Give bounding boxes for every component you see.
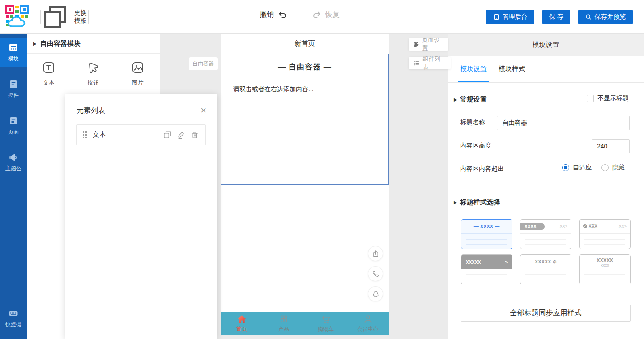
style-card-centered-dash[interactable]: — XXXX — <box>461 219 512 249</box>
app-root: 更换模板 撤销 恢复 管理后台 保 存 <box>0 0 644 339</box>
share-fab-button[interactable] <box>368 246 383 261</box>
style-card-band[interactable]: XXXXX > <box>461 254 512 284</box>
tablet-icon <box>493 14 499 20</box>
sidebar-item-label: 模块 <box>8 55 19 63</box>
sidebar-item-widgets[interactable]: 控件 <box>0 75 27 103</box>
tab-module-settings[interactable]: 模块设置 <box>460 56 487 82</box>
trash-icon[interactable] <box>191 131 199 139</box>
left-sidebar: 模块 控件 页面 主题色 <box>0 34 27 339</box>
share-icon <box>372 250 380 258</box>
title-name-input[interactable] <box>497 116 630 130</box>
qq-fab-button[interactable] <box>368 286 383 301</box>
sidebar-item-modules[interactable]: 模块 <box>0 38 27 67</box>
hide-title-label: 不显示标题 <box>597 94 629 102</box>
nav-item-cart[interactable]: 购物车 <box>305 312 347 335</box>
nav-item-home[interactable]: 首页 <box>221 312 263 335</box>
apply-all-titles-button[interactable]: 全部标题同步应用样式 <box>461 305 631 322</box>
module-panel-header[interactable]: ▶ 自由容器模块 <box>27 34 160 54</box>
style-card-title: XXXX <box>520 223 545 230</box>
sidebar-item-label: 控件 <box>8 92 19 99</box>
overflow-option-adaptive[interactable]: 自适应 <box>562 164 592 172</box>
style-card-title: XXXXX <box>466 260 481 265</box>
style-card-title: XXXXX ⊙ <box>520 259 571 265</box>
element-list-item-text[interactable]: 文本 <box>76 124 206 145</box>
close-icon[interactable]: × <box>200 106 206 115</box>
undo-label: 撤销 <box>260 10 274 20</box>
title-name-label: 标题名称 <box>460 119 485 127</box>
member-icon <box>363 314 373 324</box>
change-template-button[interactable]: 更换模板 <box>40 10 89 24</box>
redo-label: 恢复 <box>325 10 340 20</box>
style-card-bullet-icon: ✓ <box>583 224 587 228</box>
style-card-tab[interactable]: XXXX XX> <box>520 219 571 249</box>
style-card-icon-left[interactable]: ✓ XXX XX> <box>579 219 631 249</box>
undo-button[interactable]: 撤销 <box>260 10 287 20</box>
element-list-header: 元素列表 × <box>65 94 217 124</box>
module-hover-tag[interactable]: 自由容器 <box>189 57 218 70</box>
radio-selected-icon[interactable] <box>562 164 569 171</box>
module-item-label: 文本 <box>43 79 55 87</box>
save-preview-button[interactable]: 保存并预览 <box>578 10 633 24</box>
title-style-cards-row-1: — XXXX — XXXX XX> ✓ XXX XX> <box>461 219 631 249</box>
style-card-centered-icon[interactable]: XXXXX ⊙ <box>520 254 571 284</box>
sidebar-item-shortcuts[interactable]: 快捷键 <box>0 304 27 333</box>
overflow-option-hidden[interactable]: 隐藏 <box>601 164 625 172</box>
overflow-hidden-label: 隐藏 <box>612 164 625 172</box>
content-height-input[interactable] <box>592 139 630 153</box>
page-settings-label: 页面设置 <box>422 36 443 52</box>
sidebar-item-label: 页面 <box>8 128 19 136</box>
drag-handle-icon[interactable] <box>83 131 87 139</box>
sidebar-item-label: 快捷键 <box>5 321 21 329</box>
module-icon <box>8 42 19 53</box>
settings-panel: 模块设置 模块设置 模块样式 ▶ 常规设置 不显示标题 标题名称 内容区高度 内… <box>448 34 644 339</box>
container-title: — 自由容器 — <box>221 62 388 72</box>
title-style-title: 标题样式选择 <box>460 198 500 207</box>
module-item-label: 按钮 <box>87 79 99 87</box>
hide-title-checkbox[interactable] <box>587 95 594 102</box>
sidebar-item-pages[interactable]: 页面 <box>0 111 27 140</box>
preview-page-title: 新首页 <box>221 34 389 54</box>
undo-arrow-icon <box>277 10 287 20</box>
module-item-text[interactable]: 文本 <box>27 54 71 93</box>
widget-icon <box>8 79 19 89</box>
radio-unselected-icon[interactable] <box>601 164 609 171</box>
save-button[interactable]: 保 存 <box>542 10 570 24</box>
redo-arrow-icon <box>312 10 322 20</box>
megaphone-icon <box>8 152 19 163</box>
section-arrow-icon: ▶ <box>454 97 457 102</box>
admin-backend-button[interactable]: 管理后台 <box>486 10 534 24</box>
selected-free-container[interactable]: — 自由容器 — 请双击或者在右边添加内容... <box>221 54 389 185</box>
nav-item-member[interactable]: 会员中心 <box>347 312 389 335</box>
edit-icon[interactable] <box>177 131 185 139</box>
module-item-button[interactable]: 按钮 <box>71 54 115 93</box>
admin-backend-label: 管理后台 <box>503 13 528 21</box>
brand-logo <box>4 3 30 30</box>
overflow-adaptive-label: 自适应 <box>573 164 592 172</box>
qr-cloud-logo-icon <box>4 3 30 30</box>
title-style-cards-row-2: XXXXX > XXXXX ⊙ XXXXX XXXX <box>461 254 631 284</box>
section-arrow-icon: ▶ <box>454 200 457 205</box>
sidebar-item-theme[interactable]: 主题色 <box>0 148 27 177</box>
tab-module-style[interactable]: 模块样式 <box>499 56 525 82</box>
sidebar-spacer <box>0 177 27 296</box>
collapse-arrow-icon: ▶ <box>33 41 37 46</box>
hide-title-checkbox-group[interactable]: 不显示标题 <box>587 94 629 102</box>
page-settings-button[interactable]: 页面设置 <box>409 38 448 51</box>
style-card-title: XXX <box>589 224 597 229</box>
redo-button[interactable]: 恢复 <box>312 10 340 20</box>
nav-item-products[interactable]: 产品 <box>263 312 305 335</box>
topbar: 更换模板 撤销 恢复 管理后台 保 存 <box>0 0 644 34</box>
component-list-button[interactable]: 组件列表 <box>409 57 451 69</box>
cart-icon <box>321 314 331 324</box>
mobile-preview: 新首页 — 自由容器 — 请双击或者在右边添加内容... <box>221 34 389 335</box>
style-card-chevron: > <box>505 260 508 265</box>
module-item-image[interactable]: 图片 <box>115 54 160 93</box>
phone-fab-button[interactable] <box>368 266 383 281</box>
copy-icon[interactable] <box>163 131 171 139</box>
title-style-section: ▶ 标题样式选择 <box>454 198 500 207</box>
content-height-label: 内容区高度 <box>460 142 491 150</box>
keyboard-icon <box>8 308 19 319</box>
style-card-centered-sub[interactable]: XXXXX XXXX <box>579 254 631 284</box>
element-list-panel: 元素列表 × 文本 <box>65 94 217 339</box>
component-list-label: 组件列表 <box>423 55 445 71</box>
